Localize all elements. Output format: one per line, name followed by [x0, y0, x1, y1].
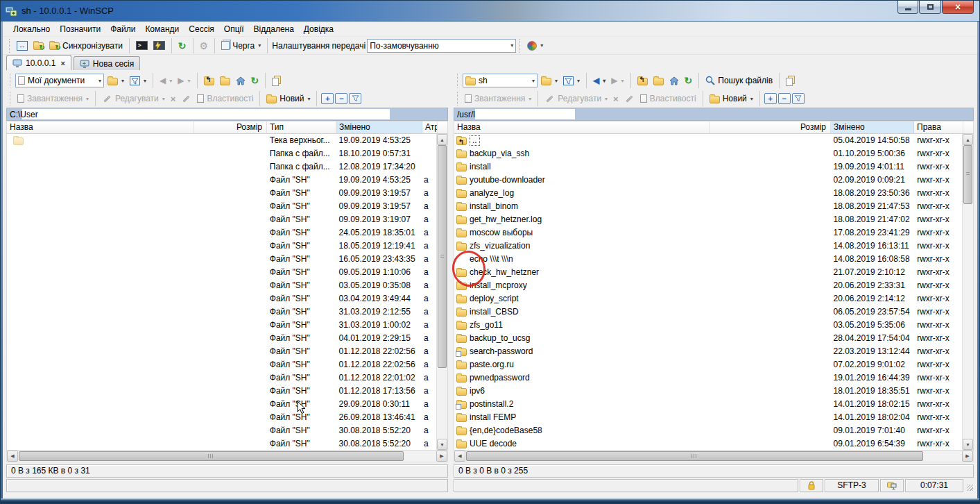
table-row[interactable]: Файл "SH"03.05.2019 0:35:08a: [7, 279, 436, 292]
title-bar[interactable]: sh - 10.0.0.1 - WinSCP ×: [1, 1, 979, 22]
scroll-thumb[interactable]: [466, 451, 923, 461]
table-row[interactable]: Файл "SH"09.09.2019 3:19:07a: [7, 213, 436, 226]
local-copy-path-button[interactable]: [270, 74, 281, 87]
menu-item-1[interactable]: Позначити: [55, 22, 105, 37]
local-download-button[interactable]: Завантаження ▾: [15, 92, 91, 105]
scroll-left-button[interactable]: ◀: [7, 451, 18, 462]
table-row[interactable]: Файл "SH"03.04.2019 3:49:44a: [7, 292, 436, 305]
remote-drive-combo[interactable]: sh ▾: [463, 74, 538, 87]
table-row[interactable]: echo \\\t \\\n14.08.2019 16:08:58rwxr-xr…: [454, 253, 962, 266]
table-row[interactable]: Файл "SH"09.05.2019 1:10:06a: [7, 266, 436, 279]
remote-unselect-button[interactable]: −: [778, 93, 791, 104]
remote-path-bar[interactable]: /usr/l: [454, 108, 974, 121]
table-row[interactable]: Файл "SH"31.03.2019 2:12:55a: [7, 305, 436, 319]
table-row[interactable]: Тека верхньог...19.09.2019 4:53:25: [7, 134, 436, 147]
scroll-right-button[interactable]: ▶: [962, 451, 973, 462]
synchronize-button[interactable]: ↻: [31, 40, 46, 51]
remote-download-button[interactable]: Звантаження ▾: [463, 92, 533, 105]
remote-root-dir-button[interactable]: [651, 75, 666, 87]
remote-delete-button[interactable]: ×: [611, 92, 621, 106]
table-row[interactable]: paste.org.ru07.02.2019 9:01:02rwxr-xr-x: [454, 358, 962, 371]
column-header-3[interactable]: Змінено: [336, 121, 422, 133]
scroll-left-button[interactable]: ◀: [454, 451, 465, 462]
local-filter-button[interactable]: ▾: [128, 75, 148, 87]
synchronize-dirs-button[interactable]: ↻ Синхронізувати: [47, 40, 125, 52]
table-row[interactable]: ipv618.01.2019 18:35:51rwxr-xr-x: [454, 385, 962, 398]
open-console-button[interactable]: [151, 40, 167, 51]
table-row[interactable]: check_hw_hetzner21.07.2019 2:10:12rwxr-x…: [454, 266, 962, 279]
remote-forward-button[interactable]: ▶▾: [609, 74, 626, 87]
local-open-dir-button[interactable]: ▾: [105, 75, 126, 87]
scroll-track[interactable]: [437, 145, 447, 439]
minimize-button[interactable]: [897, 1, 918, 14]
table-row[interactable]: postinstall.214.01.2019 18:02:15rwxr-xr-…: [454, 398, 962, 411]
local-delete-button[interactable]: ×: [169, 92, 178, 106]
column-header-3[interactable]: Права: [914, 121, 963, 133]
table-row[interactable]: analyze_log18.08.2019 23:50:36rwxr-xr-x: [454, 187, 962, 200]
scroll-down-button[interactable]: ▼: [963, 439, 973, 450]
scroll-up-button[interactable]: ▲: [437, 134, 447, 145]
table-row[interactable]: Файл "SH"16.05.2019 23:43:35a: [7, 253, 436, 266]
scroll-track[interactable]: [465, 451, 962, 462]
local-filter2-button[interactable]: [349, 93, 361, 104]
remote-filter2-button[interactable]: [792, 93, 805, 104]
local-forward-button[interactable]: ▶▾: [175, 74, 192, 87]
remote-copy-path-button[interactable]: [784, 74, 795, 87]
table-row[interactable]: Папка с файл...12.08.2019 17:34:20: [7, 160, 436, 174]
remote-properties-button[interactable]: Властивості: [638, 92, 698, 105]
remote-parent-dir-button[interactable]: ↰: [635, 75, 650, 87]
table-row[interactable]: Файл "SH"04.01.2019 2:29:15a: [7, 332, 436, 345]
remote-horizontal-scrollbar[interactable]: ◀ ▶: [454, 451, 974, 462]
session-tab-0[interactable]: 10.0.0.1×: [6, 55, 71, 70]
table-row[interactable]: Файл "SH"30.08.2018 5:52:20a: [7, 424, 436, 437]
menu-item-5[interactable]: Опції: [219, 22, 249, 37]
maximize-button[interactable]: [919, 1, 941, 14]
menu-item-2[interactable]: Файли: [105, 22, 140, 37]
menu-item-3[interactable]: Команди: [140, 22, 184, 37]
remote-select-button[interactable]: +: [764, 93, 777, 104]
local-parent-dir-button[interactable]: ↰: [202, 75, 216, 87]
column-header-4[interactable]: Атр: [422, 121, 438, 133]
local-back-button[interactable]: ◀▾: [157, 74, 174, 87]
remote-new-button[interactable]: Новий ▾: [707, 92, 755, 105]
table-row[interactable]: ↰..05.04.2019 14:50:58rwxr-xr-x: [454, 134, 962, 147]
local-vertical-scrollbar[interactable]: ▲ ▼: [436, 134, 447, 450]
remote-back-button[interactable]: ◀▾: [591, 74, 608, 87]
remote-vertical-scrollbar[interactable]: ▲ ▼: [962, 134, 973, 450]
table-row[interactable]: Файл "SH"29.09.2018 0:30:11a: [7, 398, 436, 411]
table-row[interactable]: pwnedpassword19.01.2019 16:44:39rwxr-xr-…: [454, 371, 962, 385]
column-header-1[interactable]: Розмір: [194, 121, 267, 133]
table-row[interactable]: youtube-downloader02.09.2019 0:09:21rwxr…: [454, 174, 962, 187]
column-header-0[interactable]: Назва: [454, 121, 710, 133]
table-row[interactable]: Файл "SH"01.12.2018 22:01:02a: [7, 371, 436, 385]
remote-filter-button[interactable]: ▾: [561, 75, 582, 87]
table-row[interactable]: zfs_vizualization14.08.2019 16:13:11rwxr…: [454, 240, 962, 253]
column-header-0[interactable]: Назва: [7, 121, 194, 133]
table-row[interactable]: Файл "SH"18.05.2019 12:19:41a: [7, 240, 436, 253]
local-select-button[interactable]: +: [321, 93, 334, 104]
remote-edit-button[interactable]: Редагувати ▾: [542, 92, 610, 105]
table-row[interactable]: install_binom18.08.2019 21:47:53rwxr-xr-…: [454, 200, 962, 213]
table-row[interactable]: backup_via_ssh01.10.2019 5:00:36rwxr-xr-…: [454, 147, 962, 160]
table-row[interactable]: Файл "SH"30.08.2018 5:52:20a: [7, 437, 436, 450]
synchronize-browsing-button[interactable]: ↔: [15, 40, 30, 52]
resize-grip[interactable]: [965, 479, 974, 492]
open-terminal-button[interactable]: >: [134, 40, 150, 51]
local-path-input[interactable]: [22, 109, 390, 119]
local-edit-button[interactable]: Редагувати ▾: [100, 92, 167, 105]
menu-item-0[interactable]: Локально: [8, 22, 55, 37]
remote-find-files-button[interactable]: Пошук файлів: [703, 74, 775, 87]
menu-item-4[interactable]: Сессія: [184, 22, 219, 37]
scroll-thumb[interactable]: [19, 451, 404, 461]
scroll-track[interactable]: [18, 451, 436, 462]
table-row[interactable]: install19.09.2019 4:01:11rwxr-xr-x: [454, 160, 962, 174]
table-row[interactable]: install_CBSD06.05.2019 23:57:54rwxr-xr-x: [454, 305, 962, 319]
table-row[interactable]: Файл "SH"19.09.2019 4:53:25a: [7, 174, 436, 187]
preferences-button[interactable]: ⚙: [198, 40, 211, 52]
table-row[interactable]: get_hw_hetzner.log18.08.2019 21:47:02rwx…: [454, 213, 962, 226]
local-path-bar[interactable]: C:\User: [6, 108, 448, 121]
table-row[interactable]: Файл "SH"01.12.2018 22:02:56a: [7, 345, 436, 358]
transfer-settings-combo[interactable]: По-замовчуванню ▾: [367, 39, 516, 53]
remote-path-input[interactable]: [475, 109, 575, 119]
local-home-dir-button[interactable]: [234, 75, 248, 87]
